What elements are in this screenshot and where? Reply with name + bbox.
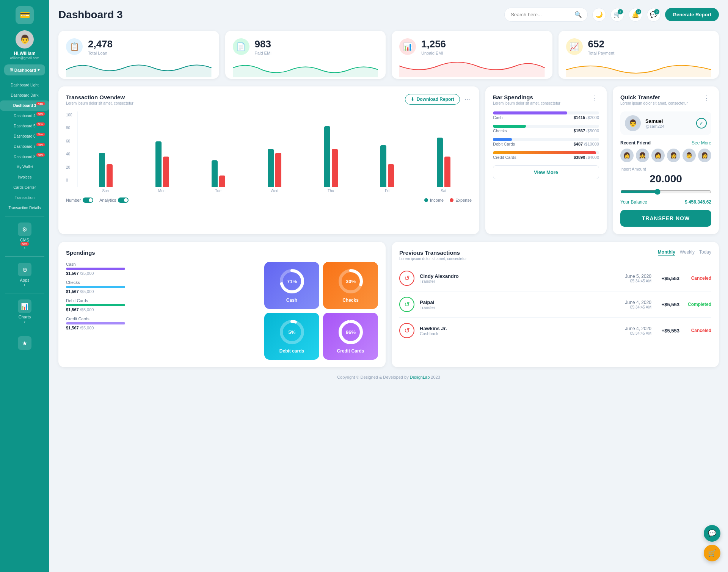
bar-spendings-more-btn[interactable]: ⋮ bbox=[589, 94, 599, 102]
tx-item-paipal: ↺ Paipal Transfer June 4, 2020 05:34:45 … bbox=[399, 291, 711, 318]
tx-tab-monthly[interactable]: Monthly bbox=[658, 249, 675, 256]
sidebar-user-name: Hi,William bbox=[14, 51, 35, 56]
generate-report-btn[interactable]: Generate Report bbox=[665, 8, 719, 21]
sidebar-item-cards[interactable]: Cards Center bbox=[0, 182, 49, 193]
prev-tx-subtitle: Lorem ipsum dolor sit amet, consectetur bbox=[399, 257, 467, 261]
tx-icon-hawkins: ↺ bbox=[399, 323, 414, 338]
sidebar-item-charts[interactable]: 📊 Charts › bbox=[0, 296, 49, 327]
stat-card-total-payment: 📈 652 Total Payment bbox=[559, 31, 719, 79]
chart-icon: 📊 bbox=[18, 299, 31, 313]
sidebar-avatar: 👨 bbox=[16, 30, 34, 49]
tx-status-hawkins: Canceled bbox=[685, 328, 711, 333]
sidebar-item-wallet[interactable]: My Wallet bbox=[0, 162, 49, 172]
tx-amount-paipal: +$5,553 bbox=[657, 302, 679, 307]
sidebar-item-invoices[interactable]: Invoices bbox=[0, 172, 49, 182]
friend-avatar-3[interactable]: 👩 bbox=[667, 149, 680, 162]
notifications-count: 2 bbox=[618, 9, 623, 14]
recent-friends-list: 👩 👧 👩 👩 👨 👩 bbox=[620, 149, 711, 162]
tx-date-hawkins: June 4, 2020 05:34:45 AM bbox=[625, 326, 651, 335]
sidebar-user-email: william@gmail.com bbox=[10, 56, 39, 60]
stat-card-unpaid-emi: 📊 1,256 Unpaid EMI bbox=[392, 31, 552, 79]
spendings-list: Cash $1415 /$2000 Checks $1567 /$5000 bbox=[493, 111, 599, 161]
transfer-user-name: Samuel bbox=[645, 118, 664, 124]
transfer-check-icon[interactable]: ✓ bbox=[696, 118, 707, 129]
sidebar-item-dashboard-dark[interactable]: Dashboard Dark bbox=[0, 90, 49, 100]
sidebar-item-extra[interactable]: ★ bbox=[0, 333, 49, 354]
amount-slider[interactable] bbox=[620, 189, 711, 195]
stat-label-payment: Total Payment bbox=[588, 51, 615, 55]
tx-icon-paipal: ↺ bbox=[399, 297, 414, 312]
bell-count: 12 bbox=[636, 9, 641, 14]
transfer-now-btn[interactable]: TRANSFER NOW bbox=[620, 210, 711, 227]
sidebar-item-dashboard7[interactable]: Dashboard 7 New bbox=[0, 141, 49, 152]
bar-spendings-subtitle: Lorem ipsum dolor sit amet, consectetur bbox=[493, 101, 560, 105]
download-report-btn[interactable]: ⬇ Download Report bbox=[405, 94, 460, 105]
donut-card-debit: 5% Debit cards bbox=[264, 313, 319, 360]
friend-avatar-5[interactable]: 👩 bbox=[698, 149, 711, 162]
sidebar-item-dashboard6[interactable]: Dashboard 6 New bbox=[0, 131, 49, 141]
tx-name-cindy: Cindy Alexandro bbox=[420, 273, 459, 279]
quick-transfer-title: Quick Transfer bbox=[620, 94, 688, 100]
tx-type-hawkins: Cashback bbox=[420, 331, 447, 336]
wave-paid bbox=[233, 58, 378, 77]
message-btn[interactable]: 💬 5 bbox=[647, 8, 661, 22]
sidebar-item-dashboard3[interactable]: Dashboard 3 New bbox=[0, 100, 49, 111]
more-options-btn[interactable]: ··· bbox=[463, 96, 472, 103]
theme-toggle-btn[interactable]: 🌙 bbox=[592, 8, 606, 22]
stat-label-loan: Total Loan bbox=[88, 51, 113, 55]
float-cart-btn[interactable]: 🛒 bbox=[704, 545, 720, 561]
toggle-analytics[interactable] bbox=[118, 197, 129, 203]
balance-label: Your Balance bbox=[620, 199, 647, 205]
bell-btn[interactable]: 🔔 12 bbox=[629, 8, 642, 22]
legend-expense: Expense bbox=[450, 198, 472, 202]
spending-item-checks: Checks $1567 /$5000 bbox=[493, 125, 599, 134]
page-title: Dashboard 3 bbox=[58, 9, 123, 21]
quick-transfer-more-btn[interactable]: ⋮ bbox=[701, 94, 711, 102]
star-icon: ★ bbox=[18, 336, 31, 350]
friend-avatar-2[interactable]: 👩 bbox=[651, 149, 665, 162]
svg-text:96%: 96% bbox=[345, 329, 355, 335]
tx-tab-weekly[interactable]: Weekly bbox=[680, 249, 695, 256]
sidebar-item-dashboard4[interactable]: Dashboard 4 New bbox=[0, 111, 49, 121]
stat-value-unpaid: 1,256 bbox=[421, 38, 446, 50]
sidebar-item-apps[interactable]: ⊕ Apps › bbox=[0, 260, 49, 290]
tx-tab-today[interactable]: Today bbox=[699, 249, 711, 256]
sidebar-item-dashboard5[interactable]: Dashboard 5 New bbox=[0, 121, 49, 131]
toggle-number[interactable] bbox=[83, 197, 93, 203]
stat-label-unpaid: Unpaid EMI bbox=[421, 51, 446, 55]
sidebar-item-cms[interactable]: ⚙ CMS New › bbox=[0, 219, 49, 253]
sidebar-item-dashboard-light[interactable]: Dashboard Light bbox=[0, 80, 49, 90]
sidebar-item-transaction-details[interactable]: Transaction Details bbox=[0, 203, 49, 213]
sidebar-item-dashboard8[interactable]: Dashboard 8 New bbox=[0, 152, 49, 162]
footer: Copyright © Designed & Developed by Dexi… bbox=[58, 367, 719, 382]
search-icon: 🔍 bbox=[574, 11, 582, 18]
float-support-btn[interactable]: 💬 bbox=[704, 525, 720, 542]
transfer-amount: 20.000 bbox=[620, 173, 711, 185]
spending-item-cash: Cash $1415 /$2000 bbox=[493, 111, 599, 121]
tx-overview-subtitle: Lorem ipsum dolor sit amet, consectetur bbox=[66, 101, 133, 105]
notifications-btn[interactable]: 🛒 2 bbox=[610, 8, 624, 22]
search-bar[interactable]: 🔍 bbox=[504, 8, 588, 22]
previous-transactions-card: Previous Transactions Lorem ipsum dolor … bbox=[392, 242, 719, 367]
search-input[interactable] bbox=[511, 12, 571, 17]
view-more-btn[interactable]: View More bbox=[493, 165, 599, 179]
sidebar-item-transaction[interactable]: Transaction bbox=[0, 193, 49, 203]
spending-item-debit: Debit Cards $487 /$10000 bbox=[493, 138, 599, 147]
transfer-user-avatar: 👨 bbox=[625, 115, 641, 131]
see-more-link[interactable]: See More bbox=[692, 140, 711, 146]
friend-avatar-4[interactable]: 👨 bbox=[682, 149, 696, 162]
spending-cat-credit: Credit Cards $1,567 /$5,000 bbox=[66, 317, 257, 330]
header-right: 🔍 🌙 🛒 2 🔔 12 💬 5 Generate Report bbox=[504, 8, 719, 22]
footer-brand-link[interactable]: DexignLab bbox=[410, 375, 430, 379]
wave-payment bbox=[566, 58, 712, 77]
sidebar-dashboard-btn[interactable]: ⊞ Dashboard ▾ bbox=[4, 64, 45, 75]
sidebar-nav: Dashboard Light Dashboard Dark Dashboard… bbox=[0, 80, 49, 354]
spending-label-cash: Cash bbox=[493, 115, 503, 120]
friend-avatar-1[interactable]: 👧 bbox=[636, 149, 649, 162]
donut-card-checks: 30% Checks bbox=[323, 262, 378, 309]
tx-type-paipal: Transfer bbox=[420, 305, 435, 310]
friend-avatar-0[interactable]: 👩 bbox=[620, 149, 634, 162]
gear-icon: ⚙ bbox=[18, 223, 31, 236]
spending-item-credit: Credit Cards $3890 /$4000 bbox=[493, 151, 599, 161]
tx-status-paipal: Completed bbox=[685, 302, 711, 307]
